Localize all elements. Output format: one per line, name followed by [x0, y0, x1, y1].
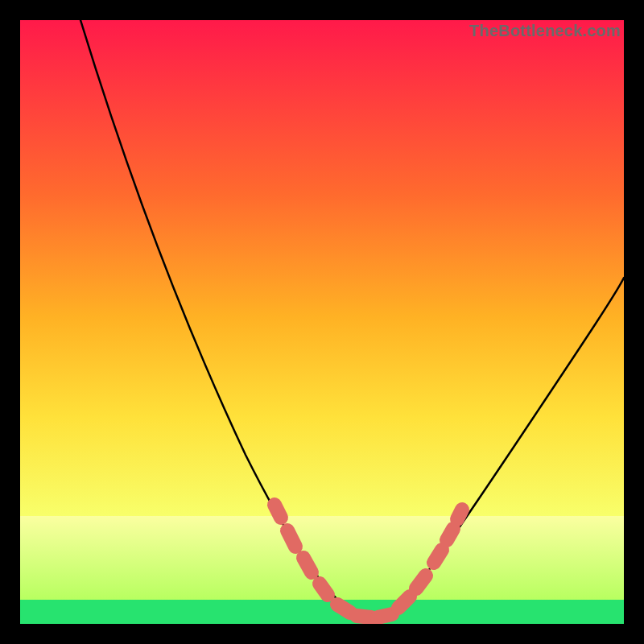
optimal-band — [20, 600, 624, 624]
chart-frame: TheBottleneck.com — [20, 20, 624, 624]
svg-line-4 — [337, 605, 350, 613]
svg-line-10 — [447, 529, 453, 540]
svg-line-0 — [275, 505, 281, 518]
watermark-text: TheBottleneck.com — [469, 22, 621, 40]
svg-line-7 — [398, 597, 410, 608]
svg-line-9 — [434, 550, 442, 563]
svg-line-6 — [378, 614, 392, 617]
svg-line-1 — [287, 530, 295, 547]
chart-svg — [20, 20, 624, 624]
svg-line-3 — [320, 584, 328, 595]
svg-line-2 — [303, 558, 312, 572]
gradient-background — [20, 20, 624, 516]
svg-line-11 — [457, 510, 462, 519]
svg-line-5 — [357, 616, 371, 617]
svg-line-8 — [416, 576, 426, 588]
